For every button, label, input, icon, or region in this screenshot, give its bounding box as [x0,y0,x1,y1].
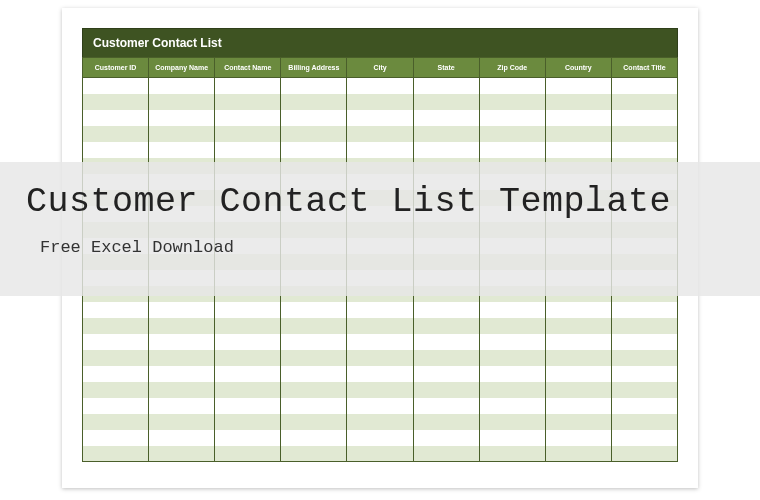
table-cell [545,142,611,158]
col-company-name: Company Name [149,58,215,78]
table-cell [611,398,677,414]
table-cell [347,318,413,334]
table-cell [347,126,413,142]
table-cell [611,382,677,398]
table-cell [479,398,545,414]
table-cell [149,126,215,142]
table-cell [611,94,677,110]
table-cell [479,142,545,158]
table-cell [281,366,347,382]
table-cell [545,110,611,126]
table-cell [545,126,611,142]
table-cell [413,414,479,430]
table-cell [215,382,281,398]
table-cell [545,366,611,382]
table-cell [479,446,545,462]
table-cell [83,414,149,430]
table-cell [347,350,413,366]
table-cell [83,78,149,94]
table-cell [611,430,677,446]
overlay-banner: Customer Contact List Template Free Exce… [0,162,760,296]
table-cell [413,350,479,366]
table-cell [281,302,347,318]
overlay-subtitle: Free Excel Download [26,238,760,257]
table-row [83,126,678,142]
table-cell [611,366,677,382]
table-cell [83,318,149,334]
table-cell [149,78,215,94]
table-cell [347,78,413,94]
table-cell [281,318,347,334]
table-cell [83,142,149,158]
table-cell [83,398,149,414]
table-cell [545,94,611,110]
sheet-title: Customer Contact List [82,28,678,57]
table-cell [83,366,149,382]
table-cell [347,446,413,462]
table-cell [611,126,677,142]
table-cell [611,334,677,350]
table-cell [215,334,281,350]
table-cell [347,414,413,430]
table-cell [611,302,677,318]
header-row: Customer ID Company Name Contact Name Bi… [83,58,678,78]
table-cell [215,78,281,94]
col-city: City [347,58,413,78]
table-cell [149,302,215,318]
table-row [83,414,678,430]
table-row [83,398,678,414]
table-cell [545,414,611,430]
table-cell [611,110,677,126]
table-row [83,94,678,110]
table-cell [413,430,479,446]
table-cell [83,110,149,126]
table-cell [611,142,677,158]
table-cell [83,382,149,398]
table-row [83,334,678,350]
table-cell [215,318,281,334]
col-customer-id: Customer ID [83,58,149,78]
table-cell [281,446,347,462]
col-state: State [413,58,479,78]
table-cell [413,126,479,142]
table-cell [413,110,479,126]
table-cell [215,398,281,414]
table-cell [611,78,677,94]
table-row [83,142,678,158]
table-cell [281,430,347,446]
table-cell [149,334,215,350]
table-cell [149,398,215,414]
table-cell [281,78,347,94]
table-cell [281,126,347,142]
col-country: Country [545,58,611,78]
table-cell [611,414,677,430]
table-cell [479,382,545,398]
table-cell [281,398,347,414]
table-cell [545,382,611,398]
table-cell [347,382,413,398]
table-cell [413,398,479,414]
table-cell [479,110,545,126]
table-cell [215,142,281,158]
table-cell [281,414,347,430]
table-cell [83,126,149,142]
table-cell [545,318,611,334]
table-cell [149,350,215,366]
table-cell [347,366,413,382]
table-cell [347,430,413,446]
table-cell [83,430,149,446]
table-cell [413,142,479,158]
table-row [83,110,678,126]
table-cell [215,414,281,430]
table-cell [413,334,479,350]
table-cell [479,318,545,334]
table-cell [479,334,545,350]
table-cell [215,350,281,366]
table-cell [479,350,545,366]
table-cell [215,94,281,110]
table-cell [347,110,413,126]
table-cell [413,302,479,318]
overlay-title: Customer Contact List Template [26,182,760,222]
table-cell [413,366,479,382]
table-cell [83,334,149,350]
